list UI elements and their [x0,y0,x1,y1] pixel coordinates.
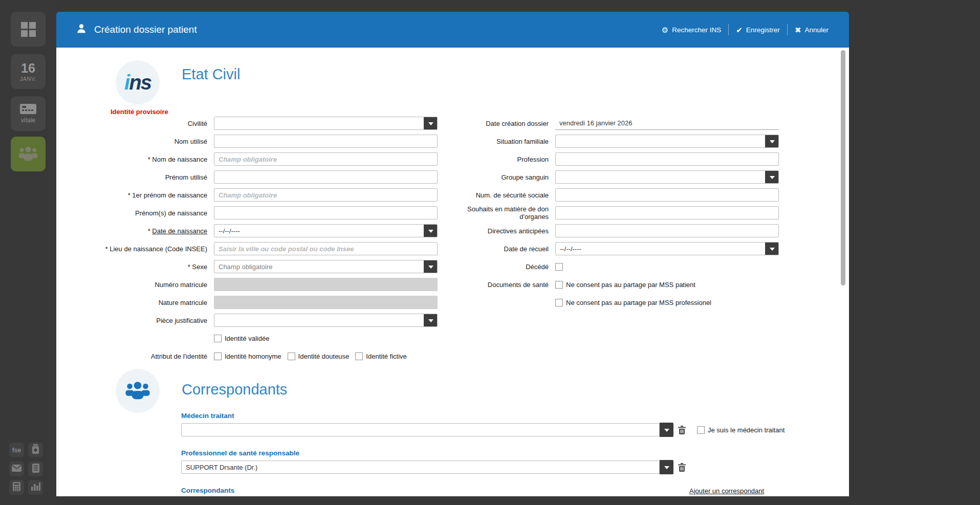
field-label: * Sexe [56,263,214,271]
sidebar-item-fse[interactable]: fse [9,443,24,457]
trash-icon[interactable] [678,463,686,472]
check-icon: ✔ [736,26,743,34]
chevron-down-icon[interactable] [424,224,438,237]
field-label: Situation familiale [438,138,555,145]
ajouter-correspondant-link[interactable]: Ajouter un correspondant [689,487,764,495]
form-row: Documents de santé Ne consent pas au par… [438,278,816,291]
field-label: Pièce justificative [56,317,214,324]
annuler-button[interactable]: ✖ Annuler [788,23,836,37]
ins-logo: ins [116,60,160,104]
chevron-down-icon[interactable] [765,170,779,184]
chevron-down-icon[interactable] [765,135,779,148]
situation-familiale-select[interactable] [555,135,779,148]
trash-icon[interactable] [678,426,686,434]
identite-fictive-checkbox[interactable] [355,353,363,360]
lieu-de-naissance-input[interactable]: Saisir la ville ou code postal ou code I… [214,242,438,255]
form-row: * Date de naissance --/--/---- [56,224,438,237]
form-row: Attribut de l'identité Identité homonyme… [56,349,438,363]
field-label: Documents de santé [438,281,555,289]
form-row: * Nom de naissance Champ obligatoire [56,152,438,166]
apps-grid-icon [19,20,37,38]
chevron-down-icon[interactable] [765,242,779,255]
directives-anticipees-input[interactable] [555,224,779,237]
field-label: Nom utilisé [56,138,214,145]
prenoms-naissance-input[interactable] [214,206,438,219]
identite-homonyme-checkbox[interactable] [214,353,222,360]
professionnel-sante-combobox[interactable]: SUPPORT Drsante (Dr.) [181,460,660,474]
date-de-naissance-select[interactable]: --/--/---- [214,224,438,237]
section-title-correspondants: Correspondants [182,381,287,398]
profession-input[interactable] [555,152,779,166]
document-icon [32,464,39,475]
form-row: Souhaits en matière de don d'organes [438,206,816,219]
sexe-select[interactable]: Champ obligatoire [214,260,438,273]
nom-utilise-input[interactable] [214,135,438,148]
form-row: Décédé [438,260,816,273]
date-de-recueil-select[interactable]: --/--/---- [555,242,779,255]
je-suis-medecin-traitant-checkbox[interactable] [697,426,705,434]
mss-patient-checkbox[interactable] [555,281,563,289]
sidebar-item-patients[interactable] [11,137,46,171]
section-title-etat-civil: Etat Civil [182,66,240,83]
souhaits-don-organes-input[interactable] [555,206,779,219]
sidebar-item-calendar[interactable]: 16 JANV. [11,54,46,89]
premier-prenom-naissance-input[interactable]: Champ obligatoire [214,188,438,202]
identite-validee-checkbox[interactable] [214,335,222,342]
rechercher-ins-button[interactable]: ⚙ Rechercher INS [655,23,729,37]
chevron-down-icon[interactable] [424,260,438,273]
sidebar-item-pharmacy[interactable] [28,443,43,457]
prenom-utilise-input[interactable] [214,170,438,184]
form-row: Situation familiale [438,135,816,148]
sidebar-item-calculator[interactable] [9,480,24,495]
chevron-down-icon[interactable] [424,314,438,327]
civilite-select[interactable] [214,117,438,130]
field-label: Attribut de l'identité [56,353,214,360]
sidebar-item-apps[interactable] [11,12,46,47]
main-panel: Création dossier patient ⚙ Rechercher IN… [56,12,849,496]
form-row: Nature matricule [56,296,438,309]
mss-professionnel-checkbox[interactable] [555,299,563,306]
fse-text-icon: fse [12,447,21,454]
envelope-icon [12,465,21,474]
enregistrer-button[interactable]: ✔ Enregistrer [729,23,787,37]
identite-douteuse-checkbox[interactable] [288,353,295,360]
sidebar-item-carte-vitale[interactable]: vitale [11,96,46,131]
correspondants-list-label: Correspondants [181,487,234,494]
field-label: Numéro matricule [56,281,214,289]
sidebar-item-mail[interactable] [9,462,24,476]
sidebar-item-documents[interactable] [28,462,43,476]
chevron-down-icon[interactable] [660,460,673,474]
piece-justificative-select[interactable] [214,314,438,327]
identite-provisoire-badge: Identité provisoire [111,108,168,116]
field-label: Civilité [56,120,214,127]
user-icon [76,23,87,36]
medecin-traitant-combobox[interactable] [181,423,660,436]
correspondants-group-icon [116,369,160,413]
form-row: Pièce justificative [56,314,438,327]
form-row: Prénom utilisé [56,170,438,184]
nom-de-naissance-input[interactable]: Champ obligatoire [214,152,438,166]
form-row: Directives anticipées [438,224,816,237]
date-creation-dossier-value: vendredi 16 janvier 2026 [555,117,779,130]
form-row: Groupe sanguin [438,170,816,184]
chevron-down-icon[interactable] [424,117,438,130]
sidebar-item-statistics[interactable] [28,480,43,495]
form-row: Civilité [56,117,438,130]
numero-matricule-input [214,278,438,291]
form-row: * Lieu de naissance (Code INSEE) Saisir … [56,242,438,255]
calendar-icon: 16 [21,62,35,75]
groupe-sanguin-select[interactable] [555,170,779,184]
form-row: * Sexe Champ obligatoire [56,260,438,273]
form-row: Identité validée [56,332,438,345]
form-row: * 1er prénom de naissance Champ obligato… [56,188,438,202]
chevron-down-icon[interactable] [660,423,673,437]
x-icon: ✖ [795,26,801,34]
vertical-scrollbar[interactable] [841,50,845,286]
decede-checkbox[interactable] [555,263,563,271]
sidebar: 16 JANV. vitale fse [0,0,56,505]
medecin-traitant-row: Je suis le médecin traitant [181,423,785,436]
patients-group-icon [17,145,39,163]
form-row: Date création dossier vendredi 16 janvie… [438,117,816,130]
num-securite-sociale-input[interactable] [555,188,779,202]
field-label: Prénom utilisé [56,173,214,181]
